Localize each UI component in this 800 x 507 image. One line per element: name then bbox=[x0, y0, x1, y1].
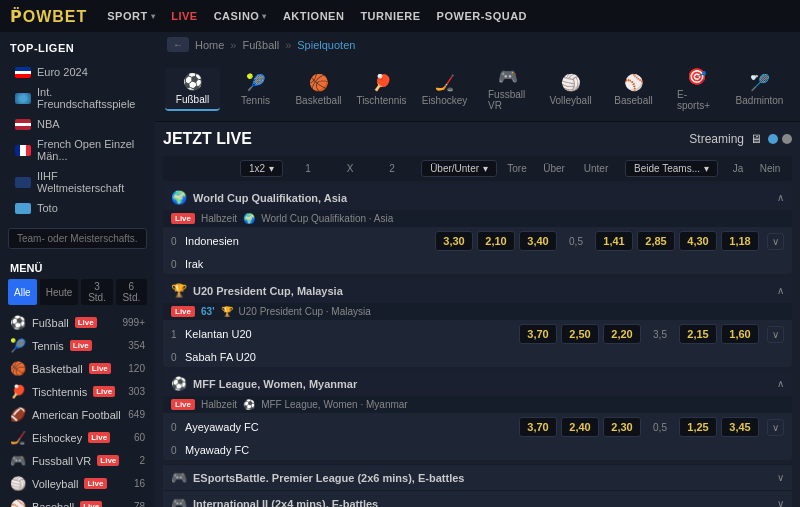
nav-turniere[interactable]: TURNIERE bbox=[360, 10, 420, 22]
more-odds-btn[interactable]: ∨ bbox=[767, 233, 784, 250]
sidebar-item-nba[interactable]: NBA bbox=[10, 114, 145, 134]
filter-tab-all[interactable]: Alle bbox=[8, 279, 37, 305]
team-score-2: 0 bbox=[171, 352, 185, 363]
sport-tab-eishockey[interactable]: 🏒 Eishockey bbox=[417, 69, 472, 110]
odd-over[interactable]: 2,15 bbox=[679, 324, 717, 344]
flag-icon bbox=[15, 119, 31, 130]
odd-under[interactable]: 3,45 bbox=[721, 417, 759, 437]
league-header-u20[interactable]: 🏆 U20 President Cup, Malaysia ∧ bbox=[163, 278, 792, 303]
search-input[interactable] bbox=[8, 228, 147, 249]
odd-both-ja[interactable]: 4,30 bbox=[679, 231, 717, 251]
col-header-ja: Ja bbox=[724, 163, 752, 174]
sidebar-sport-baseball[interactable]: ⚾ Baseball Live 78 bbox=[0, 495, 155, 507]
odd-1x2-1[interactable]: 3,30 bbox=[435, 231, 473, 251]
nav-sport[interactable]: SPORT ▾ bbox=[107, 10, 155, 22]
filter-tab-3std[interactable]: 3 Std. bbox=[81, 279, 112, 305]
baseball-tab-icon: ⚾ bbox=[624, 73, 644, 92]
odd-1x2-1[interactable]: 3,70 bbox=[519, 417, 557, 437]
sport-tab-tennis[interactable]: 🎾 Tennis bbox=[228, 69, 283, 110]
jetzt-live-label: JETZT LIVE bbox=[163, 130, 252, 148]
chevron-down-icon: ▾ bbox=[262, 12, 267, 21]
odd-both-nein[interactable]: 1,18 bbox=[721, 231, 759, 251]
nav-live[interactable]: LIVE bbox=[171, 10, 197, 22]
tischtennis-tab-icon: 🏓 bbox=[372, 73, 392, 92]
menu-title: MENÜ bbox=[0, 254, 155, 279]
sidebar-sport-fussball-vr[interactable]: 🎮 Fussball VR Live 2 bbox=[0, 449, 155, 472]
odd-over[interactable]: 1,25 bbox=[679, 417, 717, 437]
sport-tab-basketball[interactable]: 🏀 Basketball bbox=[291, 69, 346, 110]
team-name-ayeyawady: Ayeyawady FC bbox=[185, 421, 519, 433]
odd-1x2-x[interactable]: 2,50 bbox=[561, 324, 599, 344]
sidebar-sport-eishockey[interactable]: 🏒 Eishockey Live 60 bbox=[0, 426, 155, 449]
sidebar-item-toto[interactable]: Toto bbox=[10, 198, 145, 218]
odd-under[interactable]: 1,60 bbox=[721, 324, 759, 344]
sport-tab-fussball[interactable]: ⚽ Fußball bbox=[165, 68, 220, 111]
col-header-nein: Nein bbox=[756, 163, 784, 174]
sidebar-sport-fussball[interactable]: ⚽ Fußball Live 999+ bbox=[0, 311, 155, 334]
filter-tab-heute[interactable]: Heute bbox=[40, 279, 79, 305]
odds-type-selector[interactable]: 1x2 ▾ bbox=[240, 160, 283, 177]
col-header-2: 2 bbox=[373, 163, 411, 174]
chevron-up-icon: ∧ bbox=[777, 378, 784, 389]
nav-power-squad[interactable]: POWER-SQUAD bbox=[437, 10, 527, 22]
volleyball-tab-icon: 🏐 bbox=[561, 73, 581, 92]
league-header-worldcup[interactable]: 🌍 World Cup Qualifikation, Asia ∧ bbox=[163, 185, 792, 210]
match-row-team2: 0 Irak bbox=[163, 255, 792, 274]
filter-tab-6std[interactable]: 6 Std. bbox=[116, 279, 147, 305]
odd-under[interactable]: 2,85 bbox=[637, 231, 675, 251]
sidebar-sport-volleyball[interactable]: 🏐 Volleyball Live 16 bbox=[0, 472, 155, 495]
flag-icon bbox=[15, 145, 31, 156]
fussball-vr-icon: 🎮 bbox=[10, 453, 26, 468]
basketball-tab-icon: 🏀 bbox=[309, 73, 329, 92]
odd-1x2-2[interactable]: 2,30 bbox=[603, 417, 641, 437]
match-info-row: Live Halbzeit 🌍 World Cup Qualifikation … bbox=[163, 210, 792, 228]
team-name-2: Irak bbox=[185, 258, 784, 270]
sidebar-sport-basketball[interactable]: 🏀 Basketball Live 120 bbox=[0, 357, 155, 380]
sidebar-sport-american-football[interactable]: 🏈 American Football 649 bbox=[0, 403, 155, 426]
nav-casino[interactable]: CASINO ▾ bbox=[214, 10, 267, 22]
fussball-tab-icon: ⚽ bbox=[183, 72, 203, 91]
over-under-selector[interactable]: Über/Unter ▾ bbox=[421, 160, 497, 177]
match-row-ayeyawady: 0 Ayeyawady FC 3,70 2,40 2,30 0,5 1,25 3… bbox=[163, 414, 792, 441]
breadcrumb-home[interactable]: Home bbox=[195, 39, 224, 51]
sidebar-item-freundschaft[interactable]: Int. Freundschaftsspiele bbox=[10, 82, 145, 114]
logo[interactable]: P̈OWBET bbox=[10, 6, 87, 27]
league-header-mff[interactable]: ⚽ MFF League, Women, Myanmar ∧ bbox=[163, 371, 792, 396]
sidebar-sport-tischtennis[interactable]: 🏓 Tischtennis Live 303 bbox=[0, 380, 155, 403]
live-badge: Live bbox=[97, 455, 119, 466]
odd-1x2-2[interactable]: 2,20 bbox=[603, 324, 641, 344]
nav-aktionen[interactable]: AKTIONEN bbox=[283, 10, 344, 22]
monitor-icon: 🖥 bbox=[750, 132, 762, 146]
sport-tab-badminton[interactable]: 🏸 Badminton bbox=[732, 69, 787, 110]
sport-tab-baseball[interactable]: ⚾ Baseball bbox=[606, 69, 661, 110]
col-header-tore: Tore bbox=[503, 163, 531, 174]
more-odds-btn[interactable]: ∨ bbox=[767, 419, 784, 436]
team-name-sabah: Sabah FA U20 bbox=[185, 351, 784, 363]
simple-league-esports1[interactable]: 🎮 ESportsBattle. Premier League (2x6 min… bbox=[163, 464, 792, 490]
sport-tab-volleyball[interactable]: 🏐 Volleyball bbox=[543, 69, 598, 110]
back-button[interactable]: ← bbox=[167, 37, 189, 52]
sport-tab-tischtennis[interactable]: 🏓 Tischtennis bbox=[354, 69, 409, 110]
sidebar-sport-tennis[interactable]: 🎾 Tennis Live 354 bbox=[0, 334, 155, 357]
odd-over[interactable]: 1,41 bbox=[595, 231, 633, 251]
streaming-toggle[interactable] bbox=[768, 134, 792, 144]
sidebar-item-french-open[interactable]: French Open Einzel Män... bbox=[10, 134, 145, 166]
odd-1x2-x[interactable]: 2,40 bbox=[561, 417, 599, 437]
odd-1x2-x[interactable]: 2,10 bbox=[477, 231, 515, 251]
sport-tab-fussball-vr[interactable]: 🎮 Fussball VR bbox=[480, 63, 535, 115]
chevron-down-icon: ∨ bbox=[777, 498, 784, 507]
sport-tab-esports[interactable]: 🎯 E-sports+ bbox=[669, 63, 724, 115]
sport-tab-cricket[interactable]: 🏏 Cricket+ bbox=[795, 69, 800, 110]
col-header-1: 1 bbox=[289, 163, 327, 174]
sidebar-item-euro2024[interactable]: Euro 2024 bbox=[10, 62, 145, 82]
odd-1x2-2[interactable]: 3,40 bbox=[519, 231, 557, 251]
sidebar-item-iihf[interactable]: IIHF Weltmeisterschaft bbox=[10, 166, 145, 198]
both-teams-selector[interactable]: Beide Teams... ▾ bbox=[625, 160, 718, 177]
odd-1x2-1[interactable]: 3,70 bbox=[519, 324, 557, 344]
league-trophy-icon: 🏆 bbox=[171, 283, 187, 298]
simple-league-international[interactable]: 🎮 International II (2x4 mins), E-battles… bbox=[163, 490, 792, 507]
league-block-u20: 🏆 U20 President Cup, Malaysia ∧ Live 63'… bbox=[163, 278, 792, 367]
competition-logo: 🏆 bbox=[221, 306, 233, 317]
more-odds-btn[interactable]: ∨ bbox=[767, 326, 784, 343]
breadcrumb-sport[interactable]: Fußball bbox=[242, 39, 279, 51]
